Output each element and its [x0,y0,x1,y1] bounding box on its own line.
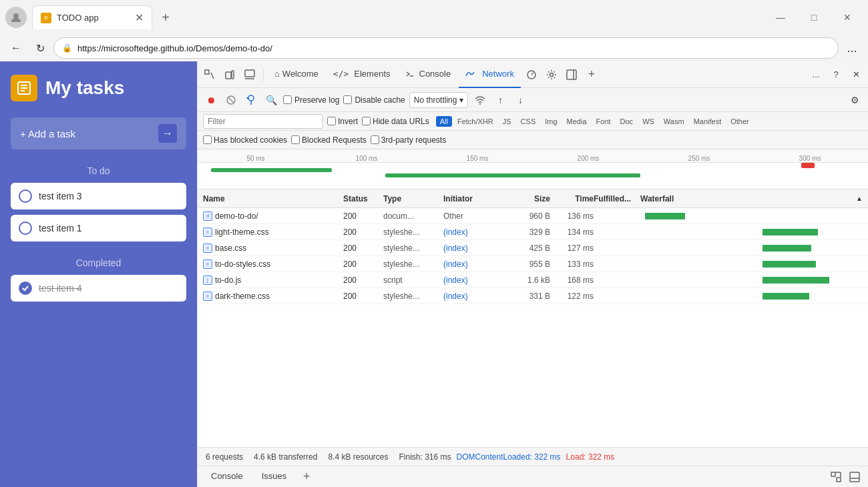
network-status-bar: 6 requests 4.6 kB transferred 8.4 kB res… [198,447,868,466]
task-checkbox-2[interactable] [19,221,32,235]
filter-all[interactable]: All [436,116,452,127]
refresh-button[interactable]: ↻ [29,37,51,59]
has-blocked-cookies-checkbox[interactable]: Has blocked cookies [203,135,287,145]
task-checkbox-3[interactable] [19,282,32,295]
wifi-icon-button[interactable] [472,92,488,108]
inspect-element-button[interactable] [200,65,219,84]
devtools-toolbar: ⌂ Welcome </> Elements Console Network [198,61,868,88]
filter-other[interactable]: Other [726,116,753,127]
filter-ws[interactable]: WS [638,116,658,127]
tab-favicon-icon: ≡ [41,13,51,23]
status-transferred: 4.6 kB transferred [254,452,317,462]
todo-header: My tasks [11,75,186,101]
performance-button[interactable] [522,65,541,84]
cell-name-5: j to-do.js [203,276,343,285]
devtools-more-button[interactable]: ... [807,65,825,84]
filter-font[interactable]: Font [592,116,615,127]
svg-rect-8 [232,71,234,79]
sidebar-toggle-button[interactable] [562,65,581,84]
add-panel-button[interactable]: + [582,65,601,84]
table-row[interactable]: j to-do.js 200 script (index) 1.6 kB 168… [198,272,868,288]
tab-bar: ≡ TODO app ✕ + [32,5,765,29]
status-resources: 8.4 kB resources [328,452,388,462]
svg-point-18 [248,95,254,101]
task-item-3[interactable]: test item 4 [11,275,186,302]
svg-rect-23 [837,478,841,482]
devtools-close-button[interactable]: ✕ [847,65,865,84]
tab-network[interactable]: Network [459,61,521,88]
blocked-requests-checkbox[interactable]: Blocked Requests [291,135,367,145]
tab-console-label: Console [419,69,451,79]
maximize-button[interactable]: □ [799,7,829,28]
table-row[interactable]: c base.css 200 styleshe... (index) 425 B… [198,240,868,256]
screen-reader-button[interactable] [240,65,259,84]
filter-bar: Invert Hide data URLs All Fetch/XHR JS C… [198,112,868,131]
disable-cache-checkbox[interactable]: Disable cache [343,95,405,105]
browser-more-button[interactable]: ... [841,37,863,59]
hide-data-urls-checkbox[interactable]: Hide data URLs [362,117,429,126]
filter-manifest[interactable]: Manifest [690,116,726,127]
file-icon-3: c [203,244,212,253]
timeline-chart [198,163,868,189]
waterfall-bar-1 [645,213,685,219]
filter-fetch-xhr[interactable]: Fetch/XHR [453,116,497,127]
svg-point-21 [479,103,481,105]
cell-name-3: c base.css [203,244,343,253]
tab-elements[interactable]: </> Elements [327,61,397,88]
table-row[interactable]: d demo-to-do/ 200 docum... Other 960 B 1… [198,208,868,224]
back-button[interactable]: ← [5,37,27,59]
task-checkbox-1[interactable] [19,189,32,203]
new-tab-button[interactable]: + [155,7,176,28]
task-item-2[interactable]: test item 1 [11,215,186,241]
tab-title: TODO app [57,13,130,23]
url-text: https://microsoftedge.github.io/Demos/de… [77,43,830,53]
record-button[interactable]: ⏺ [203,92,219,108]
filter-input[interactable] [203,114,323,129]
filter-media[interactable]: Media [563,116,591,127]
table-row[interactable]: c dark-theme.css 200 styleshe... (index)… [198,288,868,304]
invert-checkbox[interactable]: Invert [327,117,358,126]
bottom-tab-console[interactable]: Console [203,468,251,486]
fetch-filter-button[interactable] [243,92,259,108]
close-button[interactable]: ✕ [832,7,863,28]
filter-css[interactable]: CSS [517,116,540,127]
download-button[interactable]: ↓ [512,92,528,108]
waterfall-sort-icon: ▲ [856,195,863,202]
settings-button[interactable] [542,65,561,84]
task-text-1: test item 3 [39,191,82,201]
tab-console[interactable]: Console [399,61,458,88]
svg-point-13 [550,73,553,76]
preserve-log-checkbox[interactable]: Preserve log [283,95,339,105]
devtools-help-button[interactable]: ? [827,65,845,84]
bottom-tab-issues[interactable]: Issues [254,468,295,486]
third-party-checkbox[interactable]: 3rd-party requests [371,135,446,145]
upload-button[interactable]: ↑ [492,92,508,108]
add-bottom-tab-button[interactable]: + [297,468,316,486]
throttle-dropdown-icon: ▾ [459,95,463,105]
filter-wasm[interactable]: Wasm [660,116,688,127]
elements-icon: </> [333,69,349,79]
filter-bar-2: Has blocked cookies Blocked Requests 3rd… [198,131,868,149]
profile-icon[interactable] [5,7,27,28]
search-network-button[interactable]: 🔍 [263,92,279,108]
task-item-1[interactable]: test item 3 [11,183,186,209]
add-task-button[interactable]: + Add a task → [11,117,186,149]
minimize-button[interactable]: — [765,7,796,28]
undock-button[interactable] [828,469,844,485]
file-icon-6: c [203,292,212,301]
browser-tab[interactable]: ≡ TODO app ✕ [32,5,152,29]
svg-point-0 [13,13,19,19]
throttle-dropdown[interactable]: No throttling ▾ [409,92,469,108]
tab-close-button[interactable]: ✕ [135,11,144,24]
filter-doc[interactable]: Doc [616,116,638,127]
dock-bottom-button[interactable] [847,469,863,485]
network-settings-button[interactable]: ⚙ [847,92,863,108]
url-bar[interactable]: 🔒 https://microsoftedge.github.io/Demos/… [53,37,839,59]
table-row[interactable]: c to-do-styles.css 200 styleshe... (inde… [198,256,868,272]
filter-img[interactable]: Img [541,116,561,127]
filter-js[interactable]: JS [499,116,515,127]
tab-welcome[interactable]: ⌂ Welcome [268,61,325,88]
clear-button[interactable] [223,92,239,108]
device-toolbar-button[interactable] [220,65,239,84]
table-row[interactable]: c light-theme.css 200 styleshe... (index… [198,224,868,240]
